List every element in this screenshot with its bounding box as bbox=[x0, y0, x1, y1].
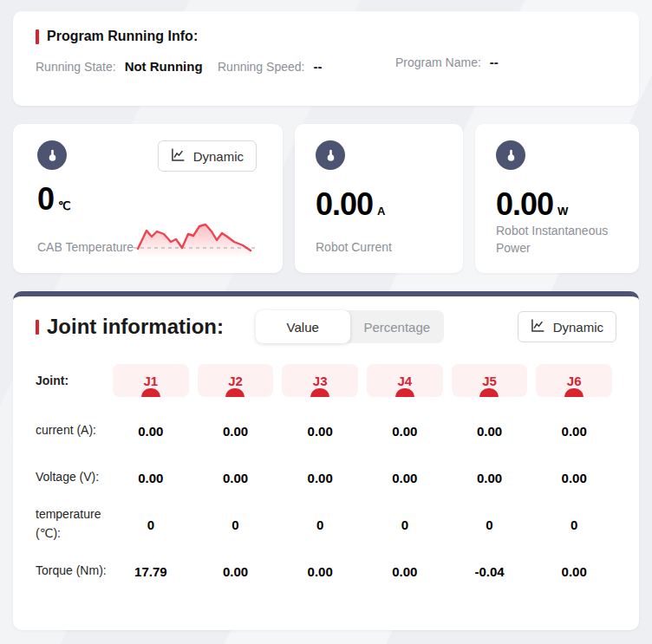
cab-temperature-label: CAB Temperature bbox=[37, 238, 134, 259]
cab-temperature-value-row: 0 ℃ bbox=[37, 182, 257, 217]
program-info-title: Program Running Info: bbox=[47, 29, 198, 44]
cab-temperature-bottom: CAB Temperature bbox=[37, 217, 257, 260]
joint-chip-j1[interactable]: J1 bbox=[113, 364, 189, 397]
robot-power-label: Robot Instantaneous Power bbox=[496, 222, 618, 261]
joint-chip-j2[interactable]: J2 bbox=[198, 364, 274, 397]
robot-power-value: 0.00 bbox=[496, 187, 553, 222]
cab-sparkline bbox=[134, 217, 257, 260]
program-name-value: -- bbox=[490, 55, 499, 69]
temperature-value-j1: 0 bbox=[108, 501, 193, 548]
program-running-info-card: Program Running Info: Running State: Not… bbox=[13, 11, 639, 106]
joint-chip-cell: J6 bbox=[531, 364, 616, 397]
red-accent-bar bbox=[36, 320, 39, 335]
program-info-title-row: Program Running Info: bbox=[36, 29, 616, 44]
joint-chip-label: J2 bbox=[228, 374, 243, 388]
cab-temperature-value: 0 bbox=[37, 182, 54, 217]
temperature-value-j4: 0 bbox=[362, 501, 447, 548]
joint-chip-label: J5 bbox=[482, 374, 497, 388]
temperature-value-j2: 0 bbox=[193, 501, 278, 548]
voltage-value-j1: 0.00 bbox=[108, 454, 193, 501]
running-speed-value: -- bbox=[313, 59, 322, 74]
row-label-temperature: temperature (℃): bbox=[36, 501, 108, 548]
joint-info-title: Joint information: bbox=[47, 315, 224, 339]
toggle-option-percentage[interactable]: Percentage bbox=[350, 310, 445, 343]
temperature-value-j6: 0 bbox=[531, 501, 616, 548]
torque-value-j2: 0.00 bbox=[193, 548, 278, 595]
joint-status-indicator bbox=[395, 388, 414, 397]
robot-current-bottom: Robot Current bbox=[316, 238, 442, 259]
joint-chip-cell: J4 bbox=[362, 364, 447, 397]
torque-value-j3: 0.00 bbox=[277, 548, 362, 595]
robot-power-top bbox=[496, 140, 618, 170]
temperature-value-j5: 0 bbox=[447, 501, 532, 548]
robot-power-card: 0.00 W Robot Instantaneous Power bbox=[475, 124, 639, 273]
joint-chip-label: J6 bbox=[567, 374, 582, 388]
joint-chip-label: J1 bbox=[143, 374, 158, 388]
robot-current-value: 0.00 bbox=[316, 187, 373, 222]
robot-current-unit: A bbox=[377, 205, 385, 218]
joint-status-indicator bbox=[564, 388, 584, 397]
cab-temperature-card: Dynamic 0 ℃ CAB Temperature bbox=[13, 124, 283, 273]
torque-value-j6: 0.00 bbox=[531, 548, 616, 595]
voltage-value-j2: 0.00 bbox=[193, 454, 278, 501]
joint-header: Joint information: Value Percentage Dyna… bbox=[36, 310, 616, 343]
dashboard-page: Program Running Info: Running State: Not… bbox=[0, 0, 652, 643]
stat-cards-row: Dynamic 0 ℃ CAB Temperature bbox=[13, 124, 639, 273]
robot-current-label: Robot Current bbox=[316, 238, 392, 259]
running-speed-label: Running Speed: bbox=[218, 60, 304, 74]
robot-current-value-row: 0.00 A bbox=[316, 187, 442, 222]
joint-chip-cell: J3 bbox=[277, 364, 362, 397]
row-label-torque: Torque (Nm): bbox=[36, 548, 108, 595]
torque-value-j5: -0.04 bbox=[447, 548, 532, 595]
joint-chip-label: J4 bbox=[397, 374, 412, 388]
torque-value-j4: 0.00 bbox=[362, 548, 447, 595]
joint-status-indicator bbox=[225, 388, 244, 397]
toggle-option-value[interactable]: Value bbox=[256, 310, 350, 343]
current-value-j5: 0.00 bbox=[447, 407, 532, 454]
cab-temperature-top: Dynamic bbox=[37, 140, 257, 172]
row-label-current: current (A): bbox=[36, 407, 108, 454]
line-chart-icon bbox=[531, 318, 545, 335]
line-chart-icon bbox=[171, 147, 186, 165]
voltage-value-j5: 0.00 bbox=[447, 454, 532, 501]
current-value-j2: 0.00 bbox=[193, 407, 278, 454]
running-state-label: Running State: bbox=[36, 60, 116, 74]
joint-chip-j4[interactable]: J4 bbox=[367, 364, 443, 397]
joint-title-row: Joint information: bbox=[36, 315, 256, 339]
joint-column-label: Joint: bbox=[36, 364, 108, 397]
thermometer-icon bbox=[316, 140, 345, 170]
program-name-field: Program Name: -- bbox=[395, 55, 499, 69]
joint-chip-cell: J5 bbox=[447, 364, 532, 397]
joint-chip-j5[interactable]: J5 bbox=[452, 364, 528, 397]
joint-dynamic-button[interactable]: Dynamic bbox=[518, 311, 616, 342]
joint-chip-j3[interactable]: J3 bbox=[282, 364, 358, 397]
thermometer-icon bbox=[496, 140, 525, 170]
joint-chip-j6[interactable]: J6 bbox=[536, 364, 612, 397]
row-label-voltage: Voltage (V): bbox=[36, 454, 108, 501]
running-state-value: Not Running bbox=[125, 59, 203, 74]
thermometer-icon bbox=[37, 140, 67, 170]
joint-status-indicator bbox=[479, 388, 499, 397]
joint-chip-label: J3 bbox=[313, 374, 328, 388]
current-value-j3: 0.00 bbox=[277, 407, 362, 454]
program-info-fields: Running State: Not Running Running Speed… bbox=[36, 59, 616, 74]
temperature-value-j3: 0 bbox=[277, 501, 362, 548]
joint-chip-cell: J2 bbox=[193, 364, 278, 397]
cab-dynamic-label: Dynamic bbox=[193, 149, 244, 164]
joint-status-indicator bbox=[310, 388, 329, 397]
robot-power-bottom: Robot Instantaneous Power bbox=[496, 222, 618, 261]
voltage-value-j3: 0.00 bbox=[277, 454, 362, 501]
robot-power-value-row: 0.00 W bbox=[496, 187, 618, 222]
joint-status-indicator bbox=[141, 388, 160, 397]
cab-dynamic-button[interactable]: Dynamic bbox=[158, 140, 257, 172]
robot-current-card: 0.00 A Robot Current bbox=[295, 124, 463, 273]
torque-value-j1: 17.79 bbox=[108, 548, 193, 595]
cab-temperature-unit: ℃ bbox=[58, 199, 71, 212]
program-name-label: Program Name: bbox=[395, 55, 481, 69]
joint-chip-cell: J1 bbox=[108, 364, 193, 397]
running-state-field: Running State: Not Running bbox=[36, 59, 218, 74]
joint-table: Joint:J1J2J3J4J5J6current (A):0.000.000.… bbox=[36, 364, 616, 595]
current-value-j1: 0.00 bbox=[108, 407, 193, 454]
voltage-value-j4: 0.00 bbox=[362, 454, 447, 501]
joint-information-card: Joint information: Value Percentage Dyna… bbox=[13, 291, 639, 630]
